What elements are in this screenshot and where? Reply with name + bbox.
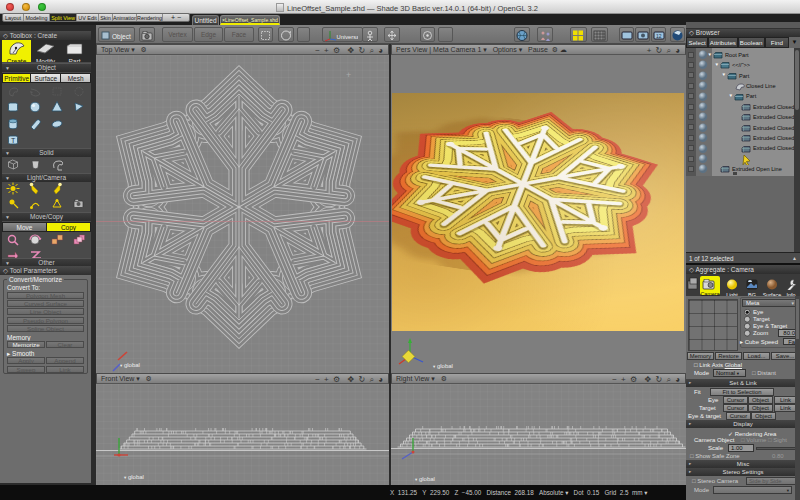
svg-text:T: T	[11, 137, 16, 144]
svg-text:12: 12	[656, 33, 662, 39]
svg-text:Universal: Universal	[337, 34, 359, 40]
svg-text:Object: Object	[112, 33, 131, 41]
